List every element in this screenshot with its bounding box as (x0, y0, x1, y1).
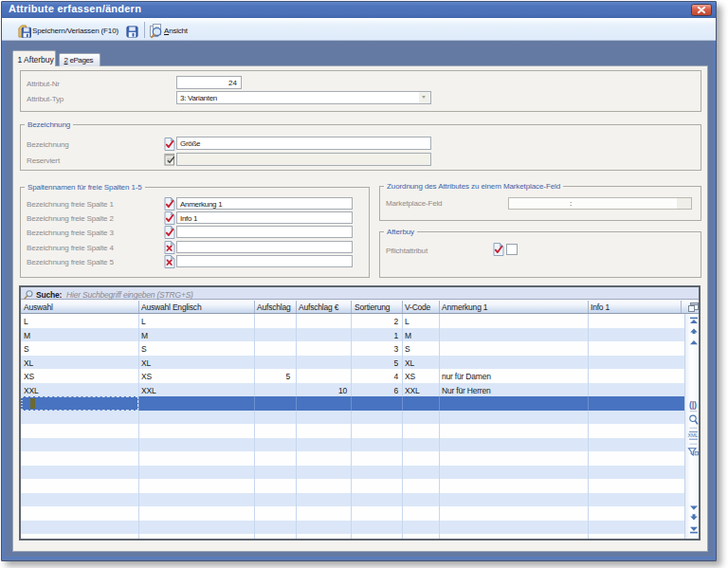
svg-text:(|): (|) (689, 400, 697, 410)
svg-text:XML: XML (688, 432, 699, 438)
